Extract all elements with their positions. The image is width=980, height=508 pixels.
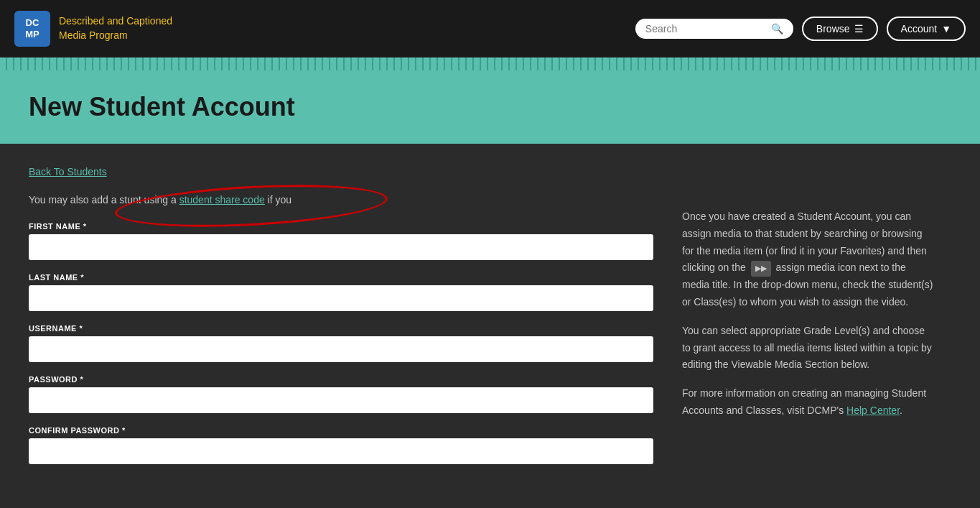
confirm-password-group: CONFIRM PASSWORD * <box>29 426 653 464</box>
username-input[interactable] <box>29 336 653 362</box>
sidebar: Once you have created a Student Account,… <box>682 165 933 477</box>
search-box[interactable]: 🔍 <box>635 19 793 39</box>
password-group: PASSWORD * <box>29 375 653 413</box>
form-section: Back To Students You may also add a stun… <box>29 165 653 477</box>
browse-label: Browse <box>816 23 850 34</box>
password-input[interactable] <box>29 387 653 413</box>
sidebar-para2: You can select appropriate Grade Level(s… <box>682 323 933 374</box>
browse-menu-icon: ☰ <box>854 23 864 34</box>
help-center-link[interactable]: Help Center <box>846 405 900 416</box>
ruler-strip <box>0 57 980 70</box>
info-text-before: You may also add a stu <box>29 194 133 205</box>
main-content: Back To Students You may also add a stun… <box>0 144 980 499</box>
info-text: You may also add a stunt using a student… <box>29 192 653 208</box>
logo-area: DCMP Described and Captioned Media Progr… <box>14 11 621 47</box>
confirm-password-label: CONFIRM PASSWORD * <box>29 426 653 435</box>
password-label: PASSWORD * <box>29 375 653 384</box>
username-label: USERNAME * <box>29 324 653 333</box>
student-share-code-link[interactable]: student share code <box>179 194 265 205</box>
search-input[interactable] <box>645 23 765 34</box>
page-title: New Student Account <box>29 92 951 122</box>
info-text-after: if you <box>265 194 291 205</box>
site-name-part2: Media Program <box>59 29 128 41</box>
site-header: DCMP Described and Captioned Media Progr… <box>0 0 980 57</box>
assign-media-icon: ▶▶ <box>751 261 771 277</box>
back-to-students-link[interactable]: Back To Students <box>29 166 107 177</box>
first-name-input[interactable] <box>29 234 653 260</box>
ruler-inner <box>0 57 980 70</box>
last-name-input[interactable] <box>29 285 653 311</box>
logo-text: DCMP <box>25 17 39 40</box>
last-name-group: LAST NAME * <box>29 273 653 311</box>
sidebar-para3: For more information on creating an mana… <box>682 385 933 420</box>
site-logo: DCMP <box>14 11 50 47</box>
header-nav: 🔍 Browse ☰ Account ▼ <box>635 17 966 41</box>
site-name: Described and Captioned Media Program <box>59 14 172 42</box>
first-name-label: FIRST NAME * <box>29 222 653 231</box>
search-icon: 🔍 <box>771 23 783 34</box>
sidebar-para1: Once you have created a Student Account,… <box>682 208 933 311</box>
account-button[interactable]: Account ▼ <box>887 17 966 41</box>
account-label: Account <box>901 23 938 34</box>
info-text-link-part: nt using a <box>133 194 179 205</box>
username-group: USERNAME * <box>29 324 653 362</box>
site-name-text: Described and Captioned <box>59 15 172 27</box>
last-name-label: LAST NAME * <box>29 273 653 282</box>
first-name-group: FIRST NAME * <box>29 222 653 260</box>
chevron-down-icon: ▼ <box>941 23 951 34</box>
browse-button[interactable]: Browse ☰ <box>802 17 878 41</box>
confirm-password-input[interactable] <box>29 438 653 464</box>
hero-section: New Student Account <box>0 70 980 144</box>
